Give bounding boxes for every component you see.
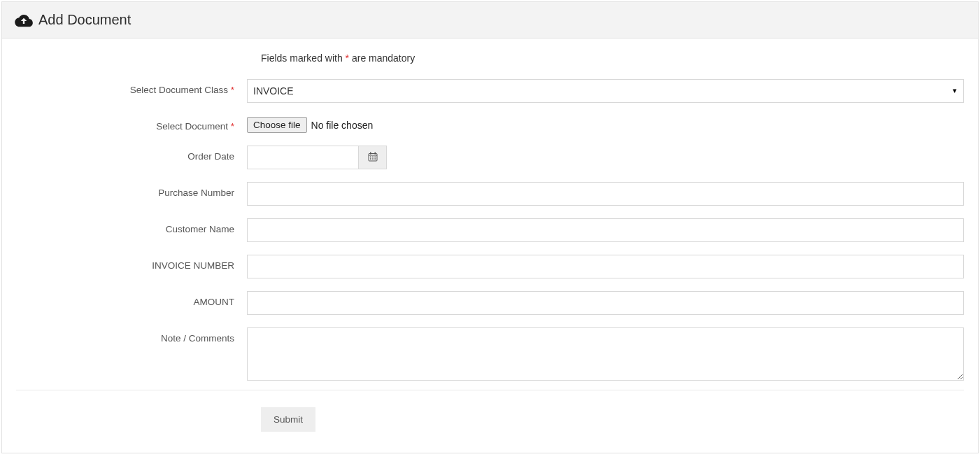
label-purchase-number: Purchase Number bbox=[16, 182, 247, 198]
svg-rect-4 bbox=[370, 156, 371, 157]
order-date-picker-button[interactable] bbox=[359, 146, 387, 169]
svg-rect-8 bbox=[372, 158, 374, 160]
svg-rect-9 bbox=[374, 158, 376, 160]
row-invoice-number: INVOICE NUMBER bbox=[16, 255, 964, 278]
invoice-number-input[interactable] bbox=[247, 255, 964, 278]
label-note: Note / Comments bbox=[16, 327, 247, 344]
row-amount: AMOUNT bbox=[16, 291, 964, 315]
label-doc-class: Select Document Class * bbox=[16, 79, 247, 95]
label-amount: AMOUNT bbox=[16, 291, 247, 307]
amount-input[interactable] bbox=[247, 291, 964, 315]
row-note: Note / Comments bbox=[16, 327, 964, 383]
customer-name-input[interactable] bbox=[247, 218, 964, 242]
hint-suffix: are mandatory bbox=[349, 52, 415, 64]
calendar-icon bbox=[368, 152, 378, 164]
choose-file-button[interactable]: Choose file bbox=[247, 117, 307, 133]
svg-rect-6 bbox=[374, 156, 376, 157]
row-doc-class: Select Document Class * INVOICE bbox=[16, 79, 964, 103]
svg-rect-3 bbox=[374, 152, 376, 154]
label-doc-file: Select Document * bbox=[16, 115, 247, 132]
add-document-panel: Add Document Fields marked with * are ma… bbox=[1, 1, 979, 453]
cloud-upload-icon bbox=[15, 13, 33, 27]
svg-rect-2 bbox=[370, 152, 371, 154]
row-purchase-number: Purchase Number bbox=[16, 182, 964, 206]
row-customer-name: Customer Name bbox=[16, 218, 964, 242]
svg-rect-7 bbox=[370, 158, 371, 160]
submit-button[interactable]: Submit bbox=[261, 407, 315, 432]
svg-rect-5 bbox=[372, 156, 374, 157]
mandatory-hint: Fields marked with * are mandatory bbox=[261, 52, 964, 64]
file-status-text: No file chosen bbox=[311, 120, 374, 131]
page-title: Add Document bbox=[38, 12, 131, 28]
note-textarea[interactable] bbox=[247, 327, 964, 381]
row-order-date: Order Date bbox=[16, 146, 964, 169]
panel-header: Add Document bbox=[2, 2, 978, 38]
hint-prefix: Fields marked with bbox=[261, 52, 346, 64]
form-divider bbox=[16, 390, 964, 390]
label-order-date: Order Date bbox=[16, 146, 247, 162]
order-date-input[interactable] bbox=[247, 146, 359, 169]
panel-body: Fields marked with * are mandatory Selec… bbox=[2, 38, 978, 453]
purchase-number-input[interactable] bbox=[247, 182, 964, 206]
doc-class-select[interactable]: INVOICE bbox=[247, 79, 964, 103]
label-customer-name: Customer Name bbox=[16, 218, 247, 234]
label-invoice-number: INVOICE NUMBER bbox=[16, 255, 247, 271]
row-doc-file: Select Document * Choose file No file ch… bbox=[16, 115, 964, 133]
